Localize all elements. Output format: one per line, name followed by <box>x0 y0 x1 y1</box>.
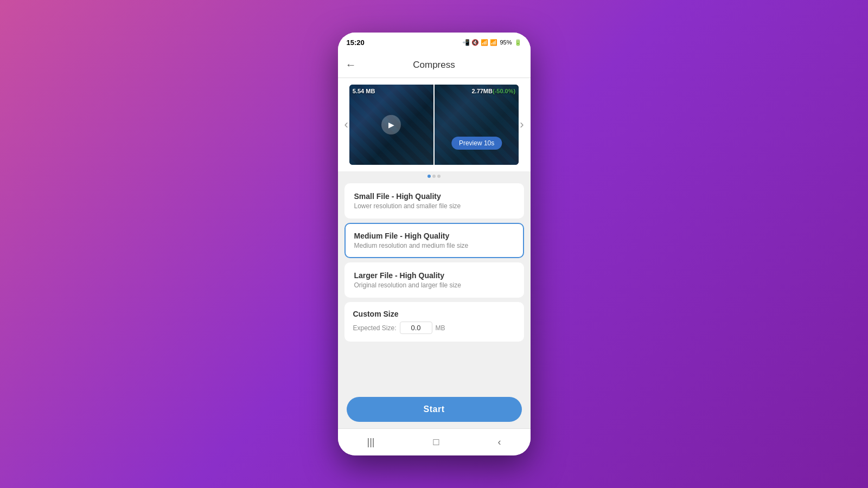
notification-icons: 📲 🔇 📶 📶 <box>462 39 497 46</box>
custom-size-unit: MB <box>436 324 445 332</box>
menu-nav-button[interactable]: ||| <box>359 432 384 452</box>
status-time: 15:20 <box>347 38 365 47</box>
custom-size-option[interactable]: Custom Size Expected Size: MB <box>344 302 524 342</box>
compressed-size-text: 2.77MB <box>471 88 493 94</box>
play-icon[interactable]: ▶ <box>381 115 401 134</box>
back-nav-button[interactable]: ‹ <box>489 432 509 452</box>
small-file-desc: Lower resolution and smaller file size <box>354 202 514 210</box>
custom-size-label: Expected Size: <box>353 324 397 332</box>
original-video-panel[interactable]: 5.54 MB ▶ <box>349 85 433 165</box>
compressed-size-badge: 2.77MB(-50.0%) <box>471 88 515 94</box>
preview-badge[interactable]: Preview 10s <box>451 137 502 150</box>
back-button[interactable]: ← <box>346 59 356 71</box>
video-container: 5.54 MB ▶ 2.77MB(-50.0%) Preview 10s <box>349 85 519 165</box>
nav-left-arrow[interactable]: ‹ <box>343 118 349 132</box>
start-button[interactable]: Start <box>347 397 522 422</box>
page-title: Compress <box>413 60 455 70</box>
medium-file-desc: Medium resolution and medium file size <box>354 242 514 249</box>
battery-indicator: 95% <box>500 39 512 46</box>
battery-icon: 🔋 <box>514 39 522 46</box>
large-file-desc: Original resolution and larger file size <box>354 281 514 289</box>
compressed-video-panel[interactable]: 2.77MB(-50.0%) Preview 10s <box>435 85 519 165</box>
bottom-nav: ||| □ ‹ <box>338 428 531 455</box>
content-area: ‹ 5.54 MB ▶ 2.77MB(-50.0%) Preview 10s <box>338 78 531 428</box>
status-icons: 📲 🔇 📶 📶 95% 🔋 <box>462 39 521 46</box>
nav-right-arrow[interactable]: › <box>519 118 525 132</box>
original-size-badge: 5.54 MB <box>353 88 375 94</box>
small-file-title: Small File - High Quality <box>354 192 514 201</box>
compression-percent: (-50.0%) <box>493 88 515 94</box>
compressed-video-overlay <box>435 85 519 165</box>
options-section: Small File - High Quality Lower resoluti… <box>338 178 531 347</box>
custom-size-title: Custom Size <box>353 310 515 318</box>
phone-frame: 15:20 📲 🔇 📶 📶 95% 🔋 ← Compress ‹ 5.54 MB… <box>338 33 531 455</box>
medium-file-option[interactable]: Medium File - High Quality Medium resolu… <box>344 223 524 258</box>
custom-size-input[interactable] <box>400 322 432 334</box>
large-file-title: Larger File - High Quality <box>354 271 514 280</box>
custom-size-row: Expected Size: MB <box>353 322 515 334</box>
top-bar: ← Compress <box>338 52 531 78</box>
video-preview-section: ‹ 5.54 MB ▶ 2.77MB(-50.0%) Preview 10s <box>338 78 531 171</box>
small-file-option[interactable]: Small File - High Quality Lower resoluti… <box>344 183 524 219</box>
large-file-option[interactable]: Larger File - High Quality Original reso… <box>344 262 524 298</box>
medium-file-title: Medium File - High Quality <box>354 232 514 240</box>
status-bar: 15:20 📲 🔇 📶 📶 95% 🔋 <box>338 33 531 52</box>
spacer <box>338 347 531 391</box>
start-section: Start <box>338 391 531 428</box>
carousel-dots <box>338 171 531 178</box>
home-nav-button[interactable]: □ <box>425 432 448 452</box>
